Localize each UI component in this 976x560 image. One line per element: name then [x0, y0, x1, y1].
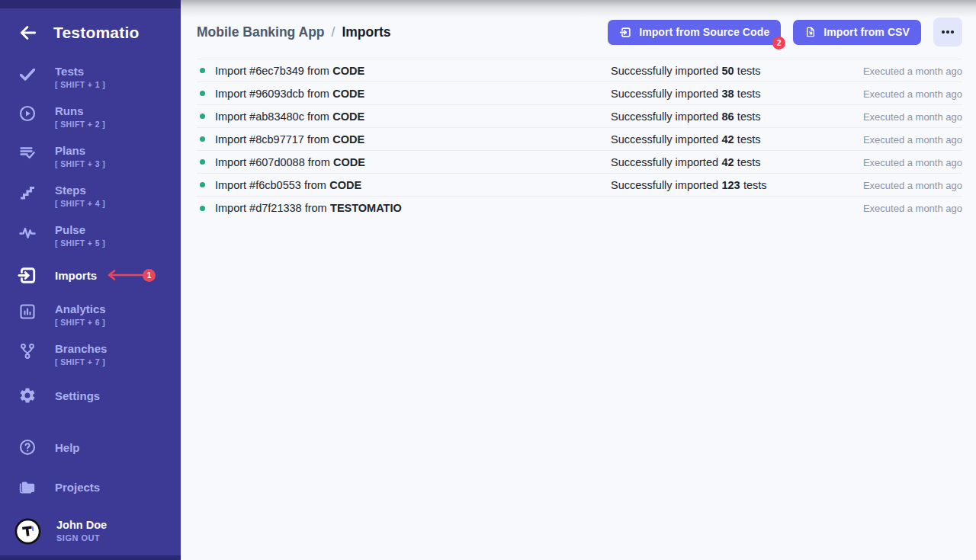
import-row[interactable]: Import #f6cb0553 fromCODE Successfully i…: [197, 174, 962, 197]
sidebar-item-help[interactable]: Help: [0, 436, 181, 459]
sidebar-item-label: Tests: [55, 64, 105, 78]
user-block[interactable]: John Doe SIGN OUT: [0, 514, 181, 548]
import-title: Import #8cb97717 fromCODE: [215, 133, 364, 146]
question-circle-icon: [17, 438, 38, 456]
back-button[interactable]: [18, 23, 38, 43]
sidebar-item-shortcut: [ SHIFT + 3 ]: [55, 158, 105, 171]
sidebar-item-shortcut: [ SHIFT + 5 ]: [55, 237, 105, 250]
button-label: Import from CSV: [824, 26, 910, 38]
source-code-badge: 2: [772, 37, 785, 50]
sidebar-item-shortcut: [ SHIFT + 4 ]: [55, 197, 105, 210]
play-circle-icon: [17, 104, 38, 123]
sidebar-item-label: Imports: [55, 268, 97, 283]
sidebar-item-runs[interactable]: Runs [ SHIFT + 2 ]: [0, 104, 181, 143]
top-shadow: [181, 0, 976, 18]
import-result: [611, 202, 618, 214]
green-dot-icon: [200, 68, 205, 73]
import-row[interactable]: Import #8cb97717 fromCODE Successfully i…: [197, 128, 962, 151]
sidebar: Testomatio Tests [ SHIFT + 1 ] Runs [ SH…: [0, 0, 181, 560]
main-content: Mobile Banking App / Imports Import from…: [181, 0, 976, 560]
sidebar-item-tests[interactable]: Tests [ SHIFT + 1 ]: [0, 64, 181, 104]
import-box-icon: [17, 264, 38, 286]
arrow-left-icon: [18, 23, 38, 43]
green-dot-icon: [200, 159, 205, 165]
button-label: Import from Source Code: [639, 26, 769, 38]
red-arrow-left-icon: [104, 269, 144, 281]
user-name: John Doe: [56, 518, 107, 532]
folder-icon: [17, 478, 38, 496]
import-box-icon: [619, 26, 632, 39]
main-header: Mobile Banking App / Imports Import from…: [197, 18, 962, 46]
import-count: 123: [721, 179, 740, 191]
sidebar-item-projects[interactable]: Projects: [0, 475, 181, 498]
import-title: Import #d7f21338 fromTESTOMATIO: [215, 202, 402, 214]
sidebar-header: Testomatio: [0, 21, 181, 44]
gear-icon: [17, 386, 38, 405]
import-title: Import #f6cb0553 fromCODE: [215, 179, 361, 191]
sidebar-item-imports[interactable]: Imports 1: [0, 262, 181, 288]
sidebar-item-shortcut: [ SHIFT + 1 ]: [55, 78, 105, 91]
pulse-icon: [17, 223, 38, 242]
import-time: Executed a month ago: [863, 88, 962, 99]
import-title: Import #607d0088 fromCODE: [215, 156, 365, 168]
sidebar-item-label: Plans: [55, 143, 105, 158]
import-result: Successfully imported123tests: [611, 179, 767, 191]
green-dot-icon: [200, 136, 205, 142]
import-row[interactable]: Import #d7f21338 fromTESTOMATIO Executed…: [197, 197, 962, 219]
import-source: CODE: [333, 156, 365, 168]
git-branch-icon: [17, 342, 38, 360]
green-dot-icon: [200, 206, 205, 211]
breadcrumb: Mobile Banking App / Imports: [197, 24, 391, 40]
sidebar-item-settings[interactable]: Settings: [0, 384, 181, 407]
import-from-csv-button[interactable]: Import from CSV: [793, 20, 921, 45]
imports-highlight-arrow: 1: [104, 269, 156, 282]
bar-chart-icon: [17, 302, 38, 321]
breadcrumb-project[interactable]: Mobile Banking App: [197, 24, 325, 40]
import-row[interactable]: Import #607d0088 fromCODE Successfully i…: [197, 151, 962, 174]
import-source: CODE: [332, 133, 364, 146]
import-source: CODE: [332, 110, 364, 123]
sidebar-item-shortcut: [ SHIFT + 7 ]: [55, 356, 107, 369]
sidebar-item-branches[interactable]: Branches [ SHIFT + 7 ]: [0, 341, 181, 381]
sidebar-spacer: [0, 407, 181, 436]
check-icon: [17, 65, 38, 83]
import-title: Import #6ec7b349 fromCODE: [215, 65, 364, 77]
import-source: CODE: [332, 65, 364, 77]
import-time: Executed a month ago: [863, 179, 962, 190]
import-source: CODE: [332, 88, 364, 100]
import-count: 38: [721, 88, 734, 100]
green-dot-icon: [200, 91, 205, 96]
sidebar-item-pulse[interactable]: Pulse [ SHIFT + 5 ]: [0, 222, 181, 262]
sidebar-item-analytics[interactable]: Analytics [ SHIFT + 6 ]: [0, 302, 181, 341]
imports-count-badge: 1: [143, 269, 156, 282]
sidebar-item-label: Pulse: [55, 222, 105, 237]
sidebar-item-shortcut: [ SHIFT + 2 ]: [55, 118, 105, 131]
sidebar-item-label: Runs: [55, 104, 105, 118]
ellipsis-icon: [942, 30, 944, 33]
header-actions: Import from Source Code 2 Import from CS…: [608, 18, 962, 46]
sidebar-nav: Tests [ SHIFT + 1 ] Runs [ SHIFT + 2 ]: [0, 64, 181, 407]
sidebar-item-label: Help: [55, 440, 80, 455]
import-row[interactable]: Import #ab83480c fromCODE Successfully i…: [197, 105, 962, 128]
file-import-icon: [804, 26, 817, 38]
sidebar-item-steps[interactable]: Steps [ SHIFT + 4 ]: [0, 183, 181, 222]
import-title: Import #ab83480c fromCODE: [215, 110, 364, 123]
import-row[interactable]: Import #96093dcb fromCODE Successfully i…: [197, 82, 962, 105]
breadcrumb-separator: /: [332, 24, 336, 40]
sidebar-item-plans[interactable]: Plans [ SHIFT + 3 ]: [0, 143, 181, 183]
sidebar-item-label: Projects: [55, 480, 100, 494]
green-dot-icon: [200, 182, 205, 187]
import-result: Successfully imported50tests: [611, 65, 760, 77]
import-row[interactable]: Import #6ec7b349 fromCODE Successfully i…: [197, 59, 962, 82]
green-dot-icon: [200, 114, 205, 119]
avatar: [14, 518, 41, 545]
import-list: Import #6ec7b349 fromCODE Successfully i…: [197, 59, 962, 219]
import-from-source-code-button[interactable]: Import from Source Code 2: [608, 20, 781, 45]
import-result: Successfully imported86tests: [611, 110, 760, 123]
sign-out-link[interactable]: SIGN OUT: [56, 532, 107, 544]
breadcrumb-page: Imports: [342, 24, 390, 40]
sidebar-top-strip: [0, 0, 181, 8]
import-count: 42: [721, 133, 734, 146]
more-options-button[interactable]: [933, 18, 962, 46]
import-result: Successfully imported38tests: [611, 88, 760, 100]
